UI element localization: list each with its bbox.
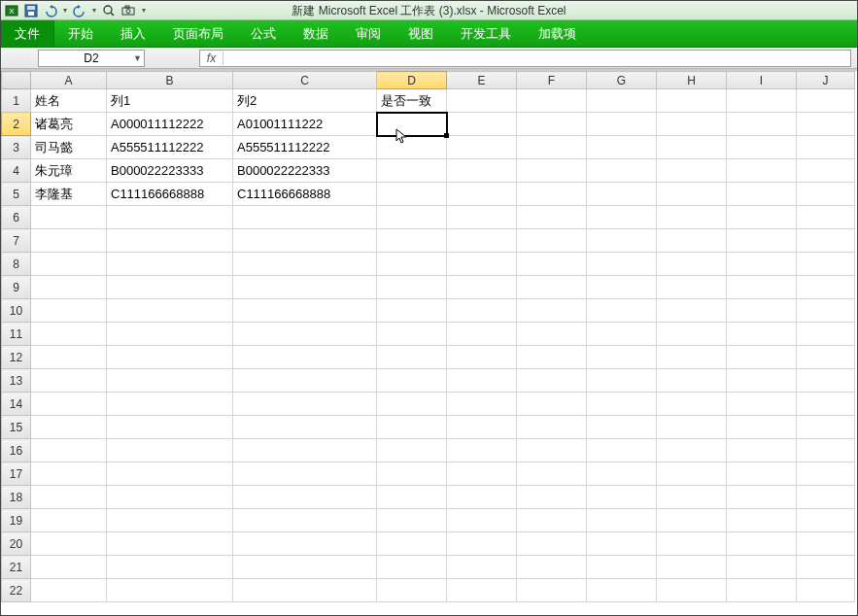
cell-B22[interactable] (107, 579, 233, 602)
cell-H12[interactable] (657, 346, 727, 369)
cell-J2[interactable] (797, 113, 855, 136)
fill-handle[interactable] (444, 133, 449, 138)
cell-D16[interactable] (377, 439, 447, 462)
cell-C3[interactable]: A555511112222 (233, 136, 377, 159)
cell-A11[interactable] (31, 323, 107, 346)
cell-I5[interactable] (727, 183, 797, 206)
column-header-I[interactable]: I (727, 72, 797, 89)
cell-B3[interactable]: A555511112222 (107, 136, 233, 159)
cell-J20[interactable] (797, 532, 855, 556)
cell-I14[interactable] (727, 393, 797, 416)
row-header-8[interactable]: 8 (2, 253, 31, 276)
cell-E20[interactable] (447, 532, 517, 556)
cell-F16[interactable] (517, 439, 587, 462)
cell-C10[interactable] (233, 299, 377, 323)
cell-D12[interactable] (377, 346, 447, 369)
cell-F7[interactable] (517, 229, 587, 253)
cell-J12[interactable] (797, 346, 855, 369)
cell-F12[interactable] (517, 346, 587, 369)
cell-I10[interactable] (727, 299, 797, 323)
cell-C6[interactable] (233, 206, 377, 229)
row-header-19[interactable]: 19 (2, 509, 31, 532)
cell-C8[interactable] (233, 253, 377, 276)
cell-F17[interactable] (517, 462, 587, 486)
cell-G4[interactable] (587, 159, 657, 183)
row-header-14[interactable]: 14 (2, 393, 31, 416)
cell-A14[interactable] (31, 393, 107, 416)
cell-I3[interactable] (727, 136, 797, 159)
row-header-4[interactable]: 4 (2, 159, 31, 183)
cell-E17[interactable] (447, 462, 517, 486)
cell-F10[interactable] (517, 299, 587, 323)
cell-A9[interactable] (31, 276, 107, 299)
cell-B21[interactable] (107, 556, 233, 579)
cell-I21[interactable] (727, 556, 797, 579)
cell-F9[interactable] (517, 276, 587, 299)
cell-B17[interactable] (107, 462, 233, 486)
cell-F6[interactable] (517, 206, 587, 229)
cell-I18[interactable] (727, 486, 797, 509)
cell-B8[interactable] (107, 253, 233, 276)
cell-C15[interactable] (233, 416, 377, 439)
cell-F19[interactable] (517, 509, 587, 532)
cell-F5[interactable] (517, 183, 587, 206)
cell-A18[interactable] (31, 486, 107, 509)
cell-H6[interactable] (657, 206, 727, 229)
cell-J4[interactable] (797, 159, 855, 183)
cell-J7[interactable] (797, 229, 855, 253)
cell-E9[interactable] (447, 276, 517, 299)
formula-bar[interactable]: fx (199, 50, 851, 67)
cell-F20[interactable] (517, 532, 587, 556)
cell-H15[interactable] (657, 416, 727, 439)
print-preview-icon[interactable] (100, 2, 118, 19)
column-header-E[interactable]: E (447, 72, 517, 89)
ribbon-tab-2[interactable]: 页面布局 (159, 20, 237, 47)
cell-E7[interactable] (447, 229, 517, 253)
cell-E4[interactable] (447, 159, 517, 183)
column-header-G[interactable]: G (587, 72, 657, 89)
undo-icon[interactable] (42, 2, 59, 19)
redo-icon[interactable] (71, 2, 88, 19)
cell-D19[interactable] (377, 509, 447, 532)
cell-B19[interactable] (107, 509, 233, 532)
cell-E12[interactable] (447, 346, 517, 369)
cell-E10[interactable] (447, 299, 517, 323)
cell-D13[interactable] (377, 369, 447, 393)
row-header-16[interactable]: 16 (2, 439, 31, 462)
cell-H11[interactable] (657, 323, 727, 346)
cell-H7[interactable] (657, 229, 727, 253)
cell-A7[interactable] (31, 229, 107, 253)
cell-J9[interactable] (797, 276, 855, 299)
cell-I2[interactable] (727, 113, 797, 136)
row-header-1[interactable]: 1 (2, 89, 31, 113)
cell-H1[interactable] (657, 89, 727, 113)
ribbon-tab-3[interactable]: 公式 (237, 20, 290, 47)
save-icon[interactable] (22, 2, 40, 19)
cell-I16[interactable] (727, 439, 797, 462)
cell-E3[interactable] (447, 136, 517, 159)
cell-H13[interactable] (657, 369, 727, 393)
cell-B10[interactable] (107, 299, 233, 323)
cell-I8[interactable] (727, 253, 797, 276)
cell-J11[interactable] (797, 323, 855, 346)
column-header-H[interactable]: H (657, 72, 727, 89)
cell-B20[interactable] (107, 532, 233, 556)
cell-A6[interactable] (31, 206, 107, 229)
cell-C20[interactable] (233, 532, 377, 556)
cell-G12[interactable] (587, 346, 657, 369)
cell-I13[interactable] (727, 369, 797, 393)
cell-H14[interactable] (657, 393, 727, 416)
select-all-corner[interactable] (2, 72, 31, 89)
cell-B2[interactable]: A000011112222 (107, 113, 233, 136)
row-header-5[interactable]: 5 (2, 183, 31, 206)
cell-B9[interactable] (107, 276, 233, 299)
cell-B1[interactable]: 列1 (107, 89, 233, 113)
column-header-F[interactable]: F (517, 72, 587, 89)
cell-F11[interactable] (517, 323, 587, 346)
cell-C14[interactable] (233, 393, 377, 416)
cell-G15[interactable] (587, 416, 657, 439)
cell-I20[interactable] (727, 532, 797, 556)
cell-D22[interactable] (377, 579, 447, 602)
cell-C7[interactable] (233, 229, 377, 253)
cell-B14[interactable] (107, 393, 233, 416)
